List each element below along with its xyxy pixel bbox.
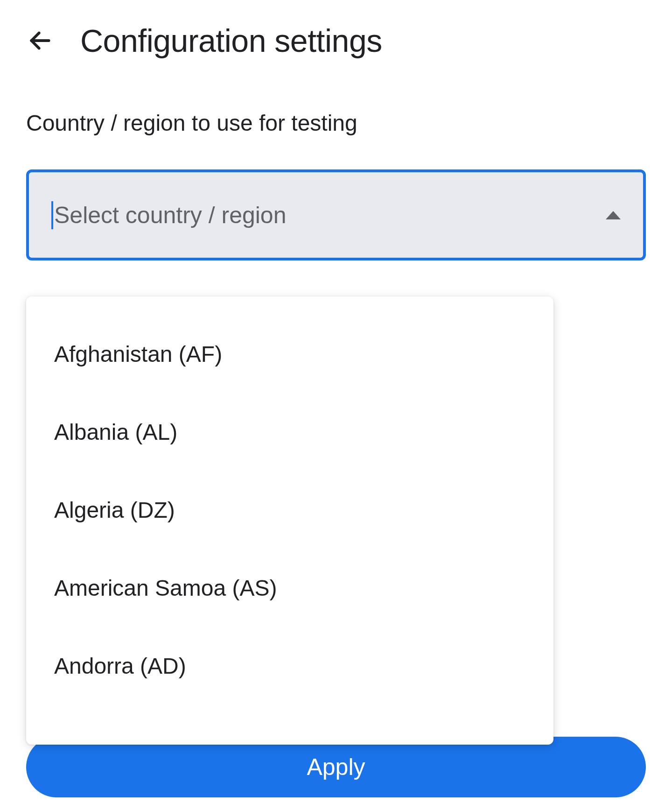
- arrow-left-icon: [27, 28, 53, 54]
- page-title: Configuration settings: [80, 22, 382, 59]
- section-label: Country / region to use for testing: [26, 110, 646, 136]
- country-dropdown: Afghanistan (AF) Albania (AL) Algeria (D…: [26, 296, 553, 745]
- select-placeholder: Select country / region: [54, 202, 606, 229]
- country-region-select[interactable]: Select country / region: [26, 169, 646, 261]
- dropdown-item[interactable]: Andorra (AD): [26, 627, 553, 705]
- chevron-up-icon: [606, 211, 621, 219]
- dropdown-item[interactable]: Angola (AO): [26, 705, 553, 731]
- dropdown-item[interactable]: Algeria (DZ): [26, 471, 553, 549]
- back-button[interactable]: [26, 27, 54, 55]
- apply-button[interactable]: Apply: [26, 737, 646, 797]
- dropdown-item[interactable]: Albania (AL): [26, 393, 553, 471]
- dropdown-item[interactable]: American Samoa (AS): [26, 549, 553, 627]
- text-cursor: [51, 201, 53, 229]
- dropdown-item[interactable]: Afghanistan (AF): [26, 315, 553, 393]
